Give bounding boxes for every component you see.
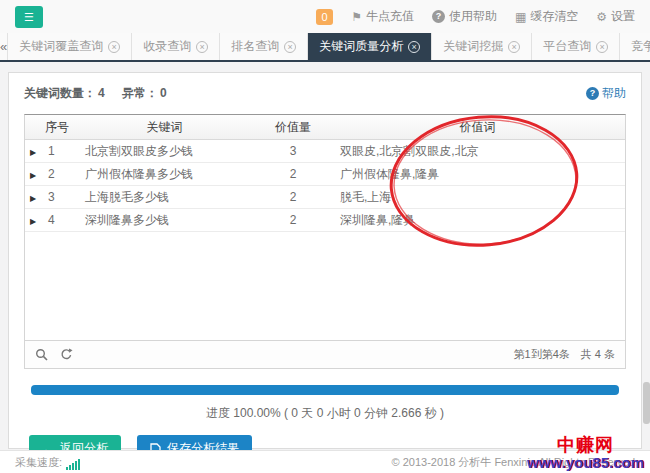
recharge-button[interactable]: ⚑ 牛点充值 — [351, 8, 414, 25]
row-value-words: 脱毛,上海 — [330, 189, 625, 206]
row-value-words: 广州假体隆鼻,隆鼻 — [330, 166, 625, 183]
table-row[interactable]: ▶ 1 北京割双眼皮多少钱 3 双眼皮,北京割双眼皮,北京 — [25, 140, 625, 163]
help-button[interactable]: ? 使用帮助 — [432, 8, 497, 25]
expand-row-icon[interactable]: ▶ — [30, 217, 36, 226]
abnormal-value: 0 — [160, 86, 167, 100]
row-value-count: 2 — [256, 190, 330, 204]
search-icon[interactable] — [35, 348, 48, 361]
pagination-info: 第1到第4条 共 4 条 — [514, 347, 615, 362]
progress-section: 进度 100.00% ( 0 天 0 小时 0 分钟 2.666 秒 ) — [31, 385, 619, 422]
refresh-icon[interactable] — [60, 348, 73, 361]
speed-label: 采集速度: — [15, 455, 62, 470]
row-value-words: 深圳隆鼻,隆鼻 — [330, 212, 625, 229]
abnormal-label: 异常： — [122, 86, 158, 100]
row-value-count: 3 — [256, 144, 330, 158]
vertical-scrollbar-thumb[interactable] — [643, 382, 650, 424]
settings-label: 设置 — [611, 8, 635, 25]
clear-cache-button[interactable]: ▦ 缓存清空 — [515, 8, 578, 25]
close-tab-icon[interactable]: × — [596, 41, 608, 53]
tab-label: 关键词挖掘 — [443, 38, 503, 55]
help-link-label: 帮助 — [602, 85, 626, 102]
table-footer: 第1到第4条 共 4 条 — [25, 340, 625, 368]
tab-label: 关键词覆盖查询 — [19, 38, 103, 55]
tab-bar: « 关键词覆盖查询 × 收录查询 × 排名查询 × 关键词质量分析 × 关键词挖… — [0, 33, 650, 62]
tab-label: 收录查询 — [143, 38, 191, 55]
expand-row-icon[interactable]: ▶ — [30, 194, 36, 203]
row-keyword: 广州假体隆鼻多少钱 — [73, 166, 256, 183]
row-value-count: 2 — [256, 213, 330, 227]
table-header: 序号 关键词 价值量 价值词 — [25, 115, 625, 140]
close-tab-icon[interactable]: × — [108, 41, 120, 53]
close-tab-icon[interactable]: × — [508, 41, 520, 53]
table-empty-area — [25, 232, 625, 340]
row-index: 4 — [41, 213, 73, 227]
row-index: 3 — [41, 190, 73, 204]
settings-icon: ⚙ — [596, 10, 607, 24]
signal-bars-icon — [66, 459, 80, 470]
tab-platform-query[interactable]: 平台查询 × — [532, 33, 620, 60]
main-panel: 关键词数量：4 异常：0 ? 帮助 序号 关键词 价值量 价值词 ▶ 1 北京割… — [8, 72, 642, 449]
close-tab-icon[interactable]: × — [196, 41, 208, 53]
tab-keyword-quality-analysis[interactable]: 关键词质量分析 × — [308, 33, 432, 60]
row-keyword: 上海脱毛多少钱 — [73, 189, 256, 206]
table-row[interactable]: ▶ 2 广州假体隆鼻多少钱 2 广州假体隆鼻,隆鼻 — [25, 163, 625, 186]
copyright-text: © 2013-2018 分析牛 Fenxiniu All Rights Rese… — [392, 455, 636, 470]
column-header-keyword: 关键词 — [73, 119, 256, 136]
stats-row: 关键词数量：4 异常：0 ? 帮助 — [9, 73, 641, 110]
double-chevron-left-icon: « — [0, 39, 7, 54]
status-bar: 采集速度: © 2013-2018 分析牛 Fenxiniu All Right… — [0, 450, 650, 473]
top-toolbar: ☰ 0 ⚑ 牛点充值 ? 使用帮助 ▦ 缓存清空 ⚙ 设置 — [0, 0, 650, 33]
expand-row-icon[interactable]: ▶ — [30, 148, 36, 157]
recharge-label: 牛点充值 — [366, 8, 414, 25]
notification-badge[interactable]: 0 — [316, 9, 333, 25]
progress-bar — [31, 385, 619, 395]
clear-cache-label: 缓存清空 — [530, 8, 578, 25]
tab-label: 关键词质量分析 — [319, 38, 403, 55]
topbar-right-group: 0 ⚑ 牛点充值 ? 使用帮助 ▦ 缓存清空 ⚙ 设置 — [316, 8, 635, 25]
question-circle-icon: ? — [586, 87, 599, 100]
column-header-value-count: 价值量 — [256, 119, 330, 136]
column-header-value-words: 价值词 — [330, 119, 625, 136]
row-keyword: 北京割双眼皮多少钱 — [73, 143, 256, 160]
tab-keyword-mining[interactable]: 关键词挖掘 × — [432, 33, 532, 60]
row-index: 1 — [41, 144, 73, 158]
column-header-index: 序号 — [41, 119, 73, 136]
row-index: 2 — [41, 167, 73, 181]
results-table: 序号 关键词 价值量 价值词 ▶ 1 北京割双眼皮多少钱 3 双眼皮,北京割双眼… — [24, 114, 626, 369]
keyword-stats: 关键词数量：4 异常：0 — [24, 85, 181, 102]
help-button-label: 使用帮助 — [449, 8, 497, 25]
tab-competitor-analysis[interactable]: 竞争对手分析 × — [620, 33, 650, 60]
tab-inclusion-query[interactable]: 收录查询 × — [132, 33, 220, 60]
app-window: ☰ 0 ⚑ 牛点充值 ? 使用帮助 ▦ 缓存清空 ⚙ 设置 « — [0, 0, 650, 473]
keyword-count-value: 4 — [98, 86, 105, 100]
expand-row-icon[interactable]: ▶ — [30, 171, 36, 180]
tab-keyword-coverage-query[interactable]: 关键词覆盖查询 × — [8, 33, 132, 60]
keyword-count-label: 关键词数量： — [24, 86, 96, 100]
row-value-words: 双眼皮,北京割双眼皮,北京 — [330, 143, 625, 160]
tab-label: 平台查询 — [543, 38, 591, 55]
collection-speed: 采集速度: — [15, 455, 80, 470]
close-tab-icon[interactable]: × — [284, 41, 296, 53]
clear-cache-icon: ▦ — [515, 10, 526, 24]
close-tab-icon[interactable]: × — [408, 41, 420, 53]
tab-label: 排名查询 — [231, 38, 279, 55]
progress-text: 进度 100.00% ( 0 天 0 小时 0 分钟 2.666 秒 ) — [31, 405, 619, 422]
help-link[interactable]: ? 帮助 — [586, 85, 626, 102]
scroll-tabs-left-button[interactable]: « — [0, 33, 8, 60]
table-row[interactable]: ▶ 3 上海脱毛多少钱 2 脱毛,上海 — [25, 186, 625, 209]
row-keyword: 深圳隆鼻多少钱 — [73, 212, 256, 229]
hamburger-menu-button[interactable]: ☰ — [15, 6, 43, 28]
row-value-count: 2 — [256, 167, 330, 181]
tab-label: 竞争对手分析 — [631, 38, 650, 55]
settings-button[interactable]: ⚙ 设置 — [596, 8, 635, 25]
table-row[interactable]: ▶ 4 深圳隆鼻多少钱 2 深圳隆鼻,隆鼻 — [25, 209, 625, 232]
tab-ranking-query[interactable]: 排名查询 × — [220, 33, 308, 60]
hamburger-icon: ☰ — [24, 11, 34, 23]
question-icon: ? — [432, 10, 445, 23]
flag-icon: ⚑ — [351, 10, 362, 24]
